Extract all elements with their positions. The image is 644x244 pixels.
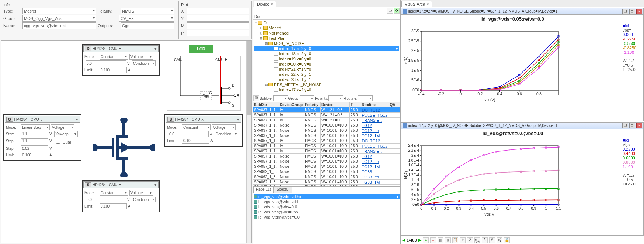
type-select[interactable] (22, 8, 96, 14)
chart-plot[interactable]: Id_vgs@vds=0.05;refvs=0.0 -0.4-0.200.20.… (403, 16, 623, 120)
scale-icon[interactable]: ⛓ (497, 237, 502, 243)
tree-item[interactable]: ⊟RES_METEAL_IV_NOISE (254, 82, 399, 87)
table-row[interactable]: SPA037_1_1..IVNMOSW=1.2 L=0.525.0TRANSIE… (253, 118, 400, 123)
page-item[interactable]: id_vds_vtgm@vbs=0.0 (254, 215, 400, 220)
device-tree[interactable]: ⊟Die⊟Mened⊟Not Mened⊟Test Plan⊟MOS_IV_NO… (253, 20, 400, 95)
page-item[interactable]: id_vgs_vbs@vds=vdthx (254, 194, 400, 199)
tree-item[interactable]: ⊟Test Plan (254, 36, 399, 41)
axes-icon[interactable]: ⊻ (489, 237, 495, 243)
close-icon[interactable]: × (271, 2, 273, 6)
s-limit-input[interactable] (100, 203, 127, 209)
vertical-scrollbar[interactable] (246, 41, 251, 243)
plot-x-input[interactable] (187, 8, 249, 14)
lock-icon[interactable]: 🔒 (504, 237, 510, 243)
function-icon[interactable]: f(x) (474, 237, 480, 243)
tree-item[interactable]: ⊟Mened (254, 25, 399, 31)
d-cond-select[interactable] (132, 60, 156, 66)
add-icon[interactable]: ＋ (423, 237, 429, 243)
table-row[interactable]: SPA057_1_1..NoisePMOSW=10.0 L=10.025.0TG… (253, 154, 400, 159)
g-type-select[interactable] (51, 124, 74, 130)
tab-device[interactable]: Device× (254, 1, 276, 7)
tree-item[interactable]: index=19,x=0,y=0 (254, 56, 399, 61)
b-limit-input[interactable] (182, 138, 209, 144)
tree-item[interactable]: ⊟Die (254, 20, 399, 25)
close-icon[interactable]: × (427, 2, 429, 6)
table-row[interactable]: SPA057_1_1..NoisePMOSW=10.0 L=10.025.0TG… (253, 159, 400, 164)
g-stop-input[interactable] (21, 138, 48, 144)
d-value-input[interactable] (86, 60, 126, 66)
restore-button[interactable]: ❐ (622, 123, 628, 128)
table-row[interactable]: SPA037_1_1..NoiseNMOSW=10.0 L=10.025.0TG… (253, 128, 400, 133)
next-page-icon[interactable]: ▶ (418, 238, 421, 243)
page-item[interactable]: id_vgs_vbs@vds=vdd (254, 199, 400, 204)
filter-routine[interactable] (358, 95, 373, 101)
group-select[interactable] (22, 15, 96, 22)
polarity-select[interactable] (121, 8, 174, 14)
table-row[interactable]: SPA037_1_1..IVNMOSW=1.2 L=0.525.0PULSE_T… (253, 113, 400, 118)
page-list[interactable]: id_vgs_vbs@vds=vdthxid_vgs_vbs@vds=vddid… (253, 193, 400, 244)
close-button[interactable]: × (636, 123, 642, 128)
plot-y-input[interactable] (187, 15, 249, 22)
outputs-input[interactable] (121, 22, 174, 29)
table-row[interactable]: SPA057_1_1..IVPMOSW=10.0 L=10.025.0PULSE… (253, 144, 400, 149)
table-row[interactable]: SPA057_1_1..IVPMOSW=10.0 L=10.025.0DC_TG… (253, 138, 400, 144)
table-row[interactable]: SPA062_1_3..NoiseNMOSW=10.0 L=10.025.0TG… (253, 169, 400, 174)
math-icon[interactable]: Δ (482, 237, 488, 243)
b-value-input[interactable] (168, 131, 209, 137)
filter-subdie[interactable] (273, 95, 288, 101)
s-type-select[interactable] (129, 190, 153, 196)
table-row[interactable]: SPA062_1_3..NoiseNMOSW=10.0 L=10.025.0TG… (253, 174, 400, 180)
tree-item[interactable]: index=20,x=0,y=0 (254, 61, 399, 67)
page-item[interactable]: id_vds_vgs@vbs=0.0 (254, 204, 400, 209)
table-row[interactable]: SPA057_1_1..IVPMOSW=10.0 L=10.025.0TRANS… (253, 149, 400, 154)
tree-item[interactable]: index=17,x=2,y=0 (254, 87, 399, 92)
filter-icon[interactable]: ⛃ (253, 95, 259, 101)
g-limit-input[interactable] (21, 152, 48, 158)
page-item[interactable]: id_vds_vgs@vbs=vbb (254, 209, 400, 215)
paste-icon[interactable]: 📋 (452, 237, 458, 243)
plot-m-input[interactable] (187, 22, 249, 29)
table-row[interactable]: SPA037_1_1..NoiseNMOSW=10.0 L=10.025.0TG… (253, 133, 400, 138)
b-mode-select[interactable] (182, 124, 211, 130)
filter-group[interactable] (300, 95, 314, 101)
d-mode-select[interactable] (100, 54, 128, 60)
g-dual-check[interactable] (56, 139, 60, 144)
table-row[interactable]: SPA062_1_3..NoiseNMOSW=10.0 L=10.025.0TG… (253, 180, 400, 185)
s-value-input[interactable] (86, 197, 126, 202)
refresh-button[interactable]: ⟳ (394, 8, 400, 14)
group2-select[interactable] (119, 15, 174, 22)
copy-icon[interactable]: ⎘ (445, 237, 451, 243)
name-input[interactable] (22, 22, 96, 29)
s-mode-select[interactable] (100, 190, 128, 196)
tree-item[interactable]: ⊟Not Mened (254, 31, 399, 36)
tree-item[interactable]: index=21,x=1,y=0 (254, 67, 399, 72)
device-grid[interactable]: SubDieDeviceGroupPolarityDeviceTRoutineQ… (253, 102, 400, 187)
tab-page[interactable]: Page(11) (253, 187, 274, 193)
restore-button[interactable]: ❐ (622, 9, 628, 14)
tree-item[interactable]: index=18,x=2,y=0 (254, 51, 399, 56)
export-icon[interactable]: ⇪ (460, 237, 466, 243)
table-row[interactable]: SPA037_1_1..NoiseNMOSW=10.0 L=10.025.0TG… (253, 123, 400, 128)
b-cond-select[interactable] (215, 131, 238, 137)
table-row[interactable]: SPA037_1_1..IVNMOSW=1.2 L=0.525.0DC_TG12 (253, 107, 400, 113)
d-limit-input[interactable] (100, 67, 127, 73)
remove-icon[interactable]: － (430, 237, 436, 243)
tab-spec[interactable]: Spec(0) (274, 187, 292, 193)
filter-polarity[interactable] (328, 95, 343, 101)
table-row[interactable]: SPA057_1_1..NoisePMOSW=10.0 L=10.025.0TG… (253, 164, 400, 169)
g-sweep-select[interactable] (54, 131, 78, 137)
maximize-button[interactable]: □ (629, 123, 635, 128)
tree-item[interactable]: index=22,x=2,y=1 (254, 72, 399, 77)
g-start-input[interactable] (21, 131, 48, 137)
d-type-select[interactable] (129, 54, 153, 60)
g-mode-select[interactable] (21, 124, 50, 130)
prev-page-icon[interactable]: ◀ (402, 238, 405, 243)
maximize-button[interactable]: □ (629, 9, 635, 14)
chart-plot[interactable]: Id_Vds@refvs=0.0;vbs=0.0 00.10.20.30.40.… (403, 131, 623, 234)
tree-item[interactable]: ⊟MOS_IV_NOISE (254, 41, 399, 46)
filter-icon[interactable]: ∇ (467, 237, 473, 243)
tab-visual[interactable]: Visual Area× (401, 1, 432, 7)
s-cond-select[interactable] (132, 197, 156, 202)
g-step-input[interactable] (21, 145, 48, 151)
close-button[interactable]: × (636, 9, 642, 14)
